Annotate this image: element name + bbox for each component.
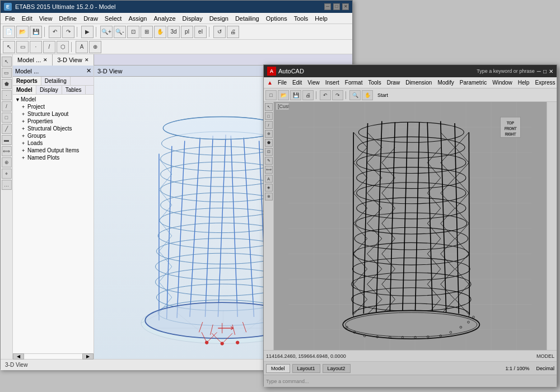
ac-lt-9[interactable]: A [265, 175, 273, 183]
ac-tab-model[interactable]: Model [266, 364, 290, 373]
ac-menu-draw[interactable]: Draw [384, 78, 403, 87]
tree-loads[interactable]: +Loads [14, 139, 92, 147]
lt-dimension-btn[interactable]: ⟺ [2, 146, 12, 156]
ac-tb-print[interactable]: 🖨 [302, 90, 314, 100]
menu-tools[interactable]: Tools [291, 14, 312, 23]
ac-tb-open[interactable]: 📂 [278, 90, 289, 100]
ac-menu-tools[interactable]: Tools [365, 78, 384, 87]
ac-menu-file[interactable]: File [275, 78, 290, 87]
tb-refresh-btn[interactable]: ↺ [213, 26, 226, 38]
tb2-line-btn[interactable]: / [43, 41, 55, 53]
ac-menu-edit[interactable]: Edit [290, 78, 305, 87]
mt-tab-display[interactable]: Display [36, 86, 62, 94]
tree-named-output[interactable]: +Named Output Items [14, 147, 92, 154]
mt-tab-reports[interactable]: Reports [13, 77, 41, 85]
menu-draw[interactable]: Draw [80, 14, 101, 23]
tab-3d-view[interactable]: 3-D View ✕ [53, 54, 94, 66]
tb2-point-btn[interactable]: · [30, 41, 42, 53]
ac-lt-7[interactable]: ✎ [265, 157, 273, 165]
tb-zoom-out-btn[interactable]: 🔍- [114, 26, 126, 38]
tb-new-btn[interactable]: 📄 [3, 26, 15, 38]
tb2-pointer-btn[interactable]: ↖ [3, 41, 15, 53]
tree-structural-objects[interactable]: +Structural Objects [14, 125, 92, 132]
lt-area-btn[interactable]: □ [2, 113, 12, 123]
ac-menu-window[interactable]: Window [489, 78, 515, 87]
tree-project[interactable]: +Project [14, 103, 92, 110]
tb-redo-btn[interactable]: ↷ [62, 26, 74, 38]
tb-zoom-win-btn[interactable]: ⊞ [141, 26, 153, 38]
tree-groups[interactable]: +Groups [14, 132, 92, 139]
autocad-viewport[interactable]: [Custom View][3D Wireframe] [274, 102, 547, 350]
ac-lt-6[interactable]: ⊡ [265, 148, 273, 156]
autocad-minimize[interactable]: ─ [537, 68, 541, 74]
ac-menu-view[interactable]: View [305, 78, 323, 87]
ac-tab-layout2[interactable]: Layout2 [323, 364, 351, 373]
ac-lt-2[interactable]: □ [265, 112, 273, 120]
menu-options[interactable]: Options [263, 14, 291, 23]
ac-menu-express[interactable]: Express [532, 78, 558, 87]
ac-lt-10[interactable]: ◈ [265, 184, 273, 192]
ac-lt-3[interactable]: / [265, 121, 273, 129]
lt-draw-rect-btn[interactable]: ▬ [2, 135, 12, 145]
menu-view[interactable]: View [36, 14, 56, 23]
tb2-assign-btn[interactable]: ⊕ [89, 41, 101, 53]
tab-model-tree[interactable]: Model ... ✕ [13, 54, 53, 66]
tb-undo-btn[interactable]: ↶ [49, 26, 61, 38]
menu-display[interactable]: Display [179, 14, 206, 23]
etabs-close-btn[interactable]: ✕ [342, 3, 349, 10]
tb2-attr-btn[interactable]: A [76, 41, 88, 53]
tab-model-tree-close[interactable]: ✕ [43, 57, 48, 63]
ac-lt-5[interactable]: ⬟ [265, 139, 273, 147]
mt-tab-detailing[interactable]: Detailing [41, 77, 71, 85]
ac-tb-undo[interactable]: ↶ [320, 90, 331, 100]
tb2-select-btn[interactable]: ▭ [16, 41, 29, 53]
ac-tb-save[interactable]: 💾 [290, 90, 301, 100]
ac-tb-pan[interactable]: ✋ [362, 90, 373, 100]
ac-tb-zoom[interactable]: 🔍 [349, 90, 361, 100]
autocad-maximize[interactable]: □ [543, 68, 547, 74]
lt-arrow-btn[interactable]: ↖ [2, 57, 12, 67]
tb-zoom-in-btn[interactable]: 🔍+ [100, 26, 113, 38]
tab-3d-view-close[interactable]: ✕ [85, 57, 89, 63]
ac-lt-1[interactable]: ↖ [265, 103, 273, 111]
mt-tab-tables[interactable]: Tables [62, 86, 86, 94]
etabs-maximize-btn[interactable]: □ [333, 3, 340, 10]
ac-menu-dimension[interactable]: Dimension [403, 78, 435, 87]
lt-point-btn[interactable]: · [2, 90, 12, 100]
tb-run-btn[interactable]: ▶ [81, 26, 94, 38]
ac-tb-redo[interactable]: ↷ [332, 90, 343, 100]
ac-menu-format[interactable]: Format [342, 78, 366, 87]
menu-detailing[interactable]: Detailing [232, 14, 263, 23]
ac-menu-parametric[interactable]: Parametric [457, 78, 489, 87]
menu-file[interactable]: File [2, 14, 18, 23]
ac-menu-help[interactable]: Help [515, 78, 533, 87]
ac-lt-11[interactable]: ⊗ [265, 193, 273, 200]
tree-structure-layout[interactable]: +Structure Layout [14, 110, 92, 118]
menu-assign[interactable]: Assign [125, 14, 150, 23]
menu-define[interactable]: Define [55, 14, 80, 23]
menu-select[interactable]: Select [101, 14, 125, 23]
etabs-minimize-btn[interactable]: ─ [324, 3, 331, 10]
tb-plane-btn[interactable]: pl [181, 26, 193, 38]
ac-lt-8[interactable]: ⟺ [265, 166, 273, 174]
lt-draw-line-btn[interactable]: ╱ [2, 124, 12, 134]
tb-save-btn[interactable]: 💾 [30, 26, 42, 38]
lt-more-btn[interactable]: … [2, 180, 12, 190]
autocad-close[interactable]: ✕ [549, 68, 553, 74]
menu-analyze[interactable]: Analyze [150, 14, 179, 23]
tb-pan-btn[interactable]: ✋ [154, 26, 166, 38]
tree-properties[interactable]: +Properties [14, 118, 92, 125]
lt-snap-btn[interactable]: ⊕ [2, 157, 12, 167]
menu-edit[interactable]: Edit [18, 14, 36, 23]
tb-open-btn[interactable]: 📂 [16, 26, 29, 38]
lt-line-btn[interactable]: / [2, 101, 12, 111]
ac-tab-layout1[interactable]: Layout1 [292, 364, 320, 373]
ac-tb-new[interactable]: □ [265, 90, 277, 100]
menu-help[interactable]: Help [311, 14, 331, 23]
lt-rubber-btn[interactable]: ⌖ [2, 169, 12, 179]
lt-select-rect-btn[interactable]: ▭ [2, 68, 12, 78]
ac-lt-4[interactable]: ⊕ [265, 130, 273, 138]
tb-3d-btn[interactable]: 3d [167, 26, 180, 38]
ac-command-input[interactable] [266, 379, 554, 384]
tree-model[interactable]: ▼Model [14, 96, 92, 103]
